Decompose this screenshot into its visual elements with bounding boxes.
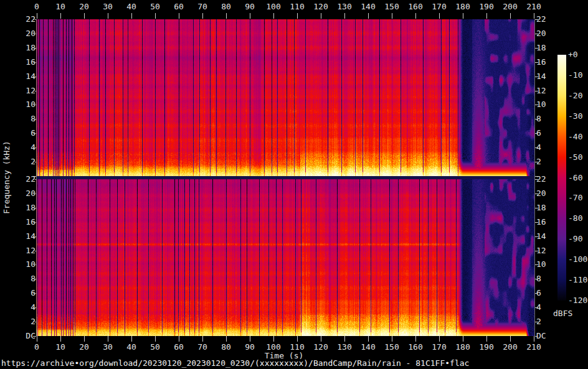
time-tick	[321, 13, 321, 19]
time-tick-label: 70	[191, 343, 214, 352]
time-tick-label: 60	[168, 343, 190, 352]
frequency-tick-label: DC	[16, 332, 36, 340]
time-tick-label: 180	[452, 2, 474, 11]
time-tick	[392, 336, 392, 342]
frequency-tick-label: 6	[16, 289, 36, 297]
time-tick-label: 150	[381, 343, 403, 352]
frequency-tick-label: 22	[536, 175, 556, 184]
frequency-tick-label: 2	[536, 317, 556, 326]
time-tick-label: 200	[499, 2, 521, 11]
time-tick	[179, 336, 179, 342]
frequency-tick-label: 20	[16, 189, 36, 198]
time-tick	[463, 13, 463, 19]
time-tick	[37, 13, 37, 19]
frequency-tick-label: 12	[536, 86, 556, 95]
time-tick	[155, 336, 156, 342]
time-tick-label: 90	[239, 2, 261, 11]
time-tick-label: 10	[49, 2, 72, 11]
time-tick-label: 50	[144, 2, 166, 11]
frequency-tick-label: 22	[16, 175, 36, 184]
right-axis-line	[534, 19, 535, 336]
frequency-tick-label: 18	[16, 203, 36, 212]
frequency-tick-label: 16	[16, 218, 36, 227]
frequency-tick-label: 20	[536, 29, 556, 38]
time-tick-label: 100	[262, 343, 285, 352]
frequency-tick-label: 16	[16, 58, 36, 67]
time-tick	[202, 13, 203, 19]
time-tick-label: 140	[357, 343, 379, 352]
frequency-tick-label: 2	[536, 157, 556, 166]
spectrogram-channel-bottom	[37, 179, 534, 336]
time-tick	[534, 336, 534, 342]
frequency-tick-label: 6	[536, 289, 556, 297]
time-tick	[486, 13, 487, 19]
time-tick-label: 120	[310, 343, 332, 352]
colorbar-tick-label: -40	[568, 133, 582, 141]
time-tick	[155, 13, 156, 19]
time-tick	[226, 336, 227, 342]
time-tick-label: 210	[523, 2, 545, 11]
time-tick-label: 40	[120, 2, 143, 11]
colorbar-tick-label: -110	[568, 276, 587, 284]
time-tick-label: 130	[333, 2, 356, 11]
time-tick	[37, 336, 37, 342]
time-tick-label: 60	[168, 2, 190, 11]
time-tick-label: 170	[428, 2, 450, 11]
time-tick-label: 10	[49, 343, 72, 352]
time-tick	[415, 13, 416, 19]
time-tick-label: 110	[286, 343, 308, 352]
frequency-tick-label: 16	[536, 218, 556, 227]
frequency-tick-label: 18	[536, 203, 556, 212]
time-tick	[273, 336, 274, 342]
time-tick	[250, 13, 250, 19]
frequency-tick-label: 4	[16, 143, 36, 152]
frequency-tick-label: 6	[16, 129, 36, 138]
frequency-tick-label: 22	[16, 15, 36, 24]
time-tick	[131, 13, 132, 19]
time-tick-label: 0	[26, 2, 48, 11]
time-tick-label: 30	[97, 2, 119, 11]
spectrogram-figure: Frequency (kHz) 010203040506070809010011…	[0, 0, 588, 369]
frequency-tick-label: 14	[16, 232, 36, 241]
time-tick-label: 150	[381, 2, 403, 11]
time-tick	[179, 13, 179, 19]
spectrogram-channel-top	[37, 19, 534, 176]
colorbar-tick-label: -120	[568, 296, 587, 305]
time-tick	[108, 336, 108, 342]
time-tick	[273, 13, 274, 19]
time-tick-label: 80	[215, 2, 237, 11]
source-path: https://archive•org/download/20230120_20…	[1, 359, 469, 368]
time-tick-label: 170	[428, 343, 450, 352]
time-tick-label: 210	[523, 343, 545, 352]
time-tick-label: 160	[404, 2, 427, 11]
time-tick	[321, 336, 321, 342]
time-tick-label: 200	[499, 343, 521, 352]
frequency-tick-label: 10	[16, 260, 36, 269]
time-tick-label: 190	[475, 2, 498, 11]
time-tick-label: 120	[310, 2, 332, 11]
time-tick-label: 180	[452, 343, 474, 352]
colorbar-tick-label: +0	[568, 50, 578, 59]
time-tick	[510, 336, 511, 342]
time-tick-label: 40	[120, 343, 143, 352]
time-tick	[108, 13, 108, 19]
frequency-tick-label: 2	[16, 317, 36, 326]
time-tick-label: 70	[191, 2, 214, 11]
frequency-tick-label: 8	[536, 274, 556, 283]
time-tick	[344, 13, 345, 19]
frequency-tick-label: 22	[536, 15, 556, 24]
colorbar-tick-label: -60	[568, 174, 582, 182]
frequency-tick-label: 10	[536, 260, 556, 269]
frequency-tick-label: 14	[16, 72, 36, 81]
time-tick	[250, 336, 250, 342]
frequency-tick-label: 8	[536, 114, 556, 123]
frequency-tick-label: 20	[16, 29, 36, 38]
time-tick	[510, 13, 511, 19]
time-tick	[368, 336, 369, 342]
colorbar-tick-label: -70	[568, 194, 582, 202]
time-tick	[297, 13, 298, 19]
frequency-tick-label: 18	[16, 44, 36, 52]
colorbar	[557, 55, 566, 301]
time-tick	[439, 336, 440, 342]
frequency-tick-label: 10	[16, 100, 36, 109]
